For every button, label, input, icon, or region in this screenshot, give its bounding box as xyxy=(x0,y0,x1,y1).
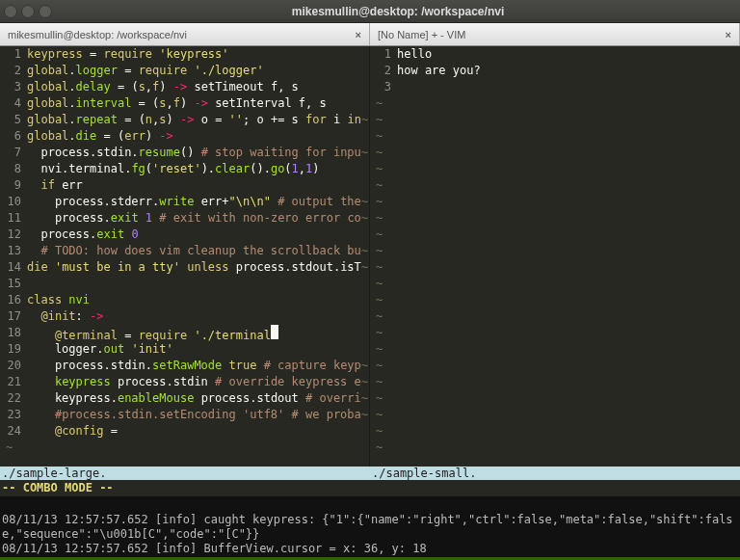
line-content: global.repeat = (n,s) -> o = ''; o += s … xyxy=(27,112,369,128)
line-number: 24 xyxy=(0,423,27,440)
tilde-icon: ~ xyxy=(370,145,383,161)
code-line[interactable]: 12 process.exit 0 xyxy=(0,227,369,243)
empty-line: ~ xyxy=(370,243,740,259)
code-line[interactable]: 5global.repeat = (n,s) -> o = ''; o += s… xyxy=(0,112,369,128)
empty-line: ~ xyxy=(370,276,740,292)
tilde-icon: ~ xyxy=(370,374,383,390)
line-content: global.delay = (s,f) -> setTimeout f, s xyxy=(27,79,369,95)
line-number: 23 xyxy=(0,407,27,423)
line-number: 1 xyxy=(370,46,397,63)
code-line[interactable]: 14die 'must be in a tty' unless process.… xyxy=(0,259,369,276)
code-line[interactable]: 1hello xyxy=(370,46,740,63)
tab-bar: mikesmullin@desktop: /workspace/nvi × [N… xyxy=(0,23,740,46)
line-number: 12 xyxy=(0,227,27,243)
line-content: keypress.enableMouse process.stdout # ov… xyxy=(27,390,369,407)
code-line[interactable]: 3 xyxy=(370,79,740,95)
maximize-window-icon[interactable] xyxy=(39,5,52,18)
tilde-icon: ~ xyxy=(0,440,13,456)
tilde-icon: ~ xyxy=(370,423,383,440)
line-number: 8 xyxy=(0,161,27,177)
file-status-left: ./sample-large. xyxy=(0,467,370,480)
line-content: nvi.terminal.fg('reset').clear().go(1,1) xyxy=(27,161,369,177)
code-line[interactable]: 21 keypress process.stdin # override key… xyxy=(0,374,369,390)
empty-line: ~ xyxy=(370,161,740,177)
code-line[interactable]: 10 process.stderr.write err+"\n\n" # out… xyxy=(0,194,369,210)
tilde-icon: ~ xyxy=(370,259,383,276)
empty-line: ~ xyxy=(370,292,740,308)
code-line[interactable]: 22 keypress.enableMouse process.stdout #… xyxy=(0,390,369,407)
code-line[interactable]: 2how are you? xyxy=(370,63,740,79)
empty-line: ~ xyxy=(370,177,740,194)
code-line[interactable]: 8 nvi.terminal.fg('reset').clear().go(1,… xyxy=(0,161,369,177)
tilde-icon: ~ xyxy=(370,128,383,145)
minimize-window-icon[interactable] xyxy=(21,5,35,18)
code-line[interactable]: 4global.interval = (s,f) -> setInterval … xyxy=(0,95,369,112)
line-content: keypress = require 'keypress' xyxy=(27,46,369,63)
code-line[interactable]: 6global.die = (err) -> xyxy=(0,128,369,145)
empty-line: ~ xyxy=(370,390,740,407)
line-content: global.logger = require './logger' xyxy=(27,63,369,79)
close-tab-icon[interactable]: × xyxy=(356,29,361,40)
code-line[interactable]: 24 @config = xyxy=(0,423,369,440)
empty-line: ~ xyxy=(370,308,740,325)
close-window-icon[interactable] xyxy=(4,5,17,18)
line-number: 2 xyxy=(370,63,397,79)
line-number: 16 xyxy=(0,292,27,308)
line-number: 9 xyxy=(0,177,27,194)
line-content: process.stderr.write err+"\n\n" # output… xyxy=(27,194,369,210)
line-content xyxy=(397,79,740,95)
tilde-icon: ~ xyxy=(370,194,383,210)
code-line[interactable]: 9 if err xyxy=(0,177,369,194)
line-content: global.interval = (s,f) -> setInterval f… xyxy=(27,95,369,112)
file-status-row: ./sample-large. ./sample-small. xyxy=(0,467,740,480)
code-line[interactable]: 19 logger.out 'init' xyxy=(0,341,369,358)
code-line[interactable]: 15 xyxy=(0,276,369,292)
line-content: logger.out 'init' xyxy=(27,341,369,358)
file-status-right: ./sample-small. xyxy=(370,467,740,480)
line-number: 7 xyxy=(0,145,27,161)
empty-line: ~ xyxy=(370,440,740,456)
editor-pane-right[interactable]: 1hello2how are you?3~~~~~~~~~~~~~~~~~~~~… xyxy=(370,46,740,467)
tilde-icon: ~ xyxy=(370,95,383,112)
tab-left[interactable]: mikesmullin@desktop: /workspace/nvi × xyxy=(0,23,370,45)
line-number: 11 xyxy=(0,210,27,227)
code-left[interactable]: 1keypress = require 'keypress'2global.lo… xyxy=(0,46,369,467)
code-line[interactable]: 1keypress = require 'keypress' xyxy=(0,46,369,63)
line-content: hello xyxy=(397,46,740,63)
code-line[interactable]: 13 # TODO: how does vim cleanup the scro… xyxy=(0,243,369,259)
line-content: @init: -> xyxy=(27,308,369,325)
code-line[interactable]: 18 @terminal = require './terminal xyxy=(0,325,369,341)
tilde-icon: ~ xyxy=(370,227,383,243)
code-line[interactable]: 7 process.stdin.resume() # stop waiting … xyxy=(0,145,369,161)
code-right[interactable]: 1hello2how are you?3~~~~~~~~~~~~~~~~~~~~… xyxy=(370,46,740,467)
line-number: 3 xyxy=(370,79,397,95)
code-line[interactable]: 11 process.exit 1 # exit with non-zero e… xyxy=(0,210,369,227)
tilde-icon: ~ xyxy=(370,177,383,194)
close-tab-icon[interactable]: × xyxy=(726,29,731,40)
empty-line: ~ xyxy=(370,128,740,145)
tilde-icon: ~ xyxy=(370,407,383,423)
code-line[interactable]: 23 #process.stdin.setEncoding 'utf8' # w… xyxy=(0,407,369,423)
line-content: #process.stdin.setEncoding 'utf8' # we p… xyxy=(27,407,369,423)
log-output[interactable]: 08/11/13 12:57:57.652 [info] caught keyp… xyxy=(0,496,740,557)
empty-line: ~ xyxy=(370,423,740,440)
code-line[interactable]: 3global.delay = (s,f) -> setTimeout f, s xyxy=(0,79,369,95)
line-content: @config = xyxy=(27,423,369,440)
window-controls xyxy=(4,5,52,18)
code-line[interactable]: 2global.logger = require './logger' xyxy=(0,63,369,79)
line-content: class nvi xyxy=(27,292,369,308)
code-line[interactable]: 17 @init: -> xyxy=(0,308,369,325)
line-number: 14 xyxy=(0,259,27,276)
tab-label: [No Name] + - VIM xyxy=(378,29,726,40)
line-number: 1 xyxy=(0,46,27,63)
line-number: 19 xyxy=(0,341,27,358)
tilde-icon: ~ xyxy=(370,308,383,325)
tab-right[interactable]: [No Name] + - VIM × xyxy=(370,23,740,45)
code-line[interactable]: 20 process.stdin.setRawMode true # captu… xyxy=(0,358,369,374)
editor-pane-left[interactable]: 1keypress = require 'keypress'2global.lo… xyxy=(0,46,370,467)
code-line[interactable]: 16class nvi xyxy=(0,292,369,308)
empty-line: ~ xyxy=(370,210,740,227)
empty-line: ~ xyxy=(370,95,740,112)
editor-area: 1keypress = require 'keypress'2global.lo… xyxy=(0,46,740,467)
line-number: 15 xyxy=(0,276,27,292)
